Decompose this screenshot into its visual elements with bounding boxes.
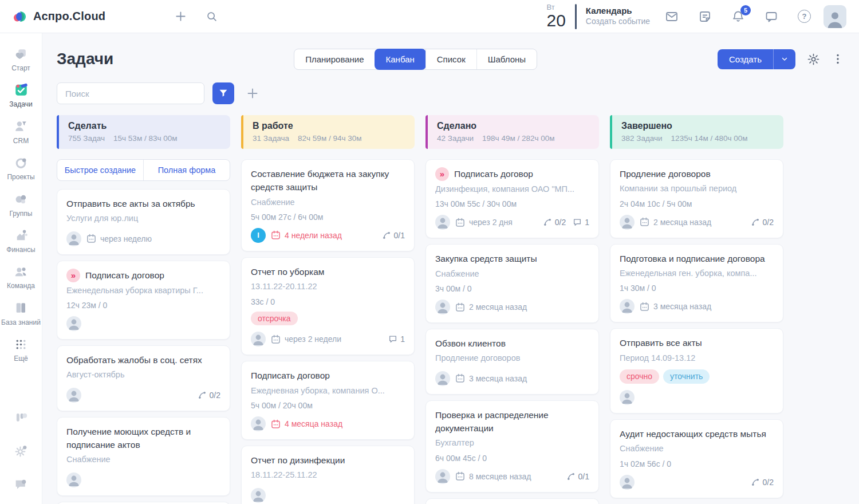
finance-icon: [14, 228, 29, 243]
task-card[interactable]: Отчет по дизинфекции18.11.22-25.11.22: [241, 446, 415, 504]
task-title: Отправить все акты за октябрь: [66, 197, 195, 210]
date-widget[interactable]: Вт 20: [546, 3, 565, 29]
sidebar-item-tasks[interactable]: Задачи: [0, 77, 42, 113]
full-form-button[interactable]: Полная форма: [143, 160, 230, 180]
add-column-button[interactable]: [246, 86, 259, 100]
notes-icon[interactable]: [698, 10, 712, 23]
global-add-button[interactable]: [174, 10, 187, 23]
task-footer: 0/2: [66, 388, 220, 403]
sidebar-item-kb[interactable]: База знаний: [0, 296, 42, 332]
global-search-button[interactable]: [206, 10, 218, 23]
task-title-row: »Подписать договор: [66, 269, 220, 282]
sidebar-item-label: Группы: [10, 210, 33, 218]
column-time-total: 15ч 53м / 83ч 00м: [113, 134, 177, 143]
task-card[interactable]: Отправить все акты за октябрьУслуги для …: [57, 189, 230, 255]
board-column-todo: Сделать755 Задач15ч 53м / 83ч 00мБыстрое…: [57, 115, 230, 504]
sidebar-item-team[interactable]: Команда: [0, 259, 42, 295]
subtasks-icon: [198, 391, 207, 400]
task-card[interactable]: Подписать договорЕжедневная уборка, комп…: [241, 361, 415, 440]
subtasks-count: 0/2: [751, 218, 774, 227]
task-card[interactable]: Обзвон клиентовПродление договоров3 меся…: [425, 329, 599, 395]
column-title: Сделано: [437, 121, 590, 131]
tab-kanban[interactable]: Канбан: [375, 49, 426, 70]
tab-planning[interactable]: Планирование: [294, 49, 375, 69]
sidebar-item-start[interactable]: Старт: [0, 41, 42, 77]
priority-icon: »: [66, 269, 80, 282]
task-subtitle: Снабжение: [251, 196, 405, 208]
task-card-peek[interactable]: [425, 498, 599, 504]
task-card[interactable]: Отчет по уборкам13.11.22-20.11.2233с / 0…: [241, 257, 415, 356]
user-avatar[interactable]: [823, 5, 846, 28]
task-card[interactable]: Отправить все актыПериод 14.09-13.12сроч…: [610, 328, 783, 414]
subtasks-value: 0/2: [763, 218, 774, 227]
main-content: Задачи ПланированиеКанбанСписокШаблоны С…: [42, 33, 859, 504]
notifications-button[interactable]: 5: [731, 10, 745, 23]
more-options-kebab-icon[interactable]: [832, 53, 844, 65]
task-title: Составление бюджета на закупку средств з…: [251, 167, 405, 194]
column-header: Сделать755 Задач15ч 53м / 83ч 00м: [57, 115, 230, 149]
aspro-mark-icon[interactable]: [14, 410, 29, 425]
task-card-peek[interactable]: [57, 502, 230, 504]
sidebar-item-groups[interactable]: Группы: [0, 187, 42, 223]
task-title-row: Отправить все акты: [620, 336, 774, 349]
quick-create-button[interactable]: Быстрое создание: [57, 160, 143, 180]
board-column-completed: Завершено382 Задачи1235ч 14м / 480ч 00мП…: [610, 115, 783, 504]
column-cards: Быстрое созданиеПолная формаОтправить вс…: [57, 159, 230, 504]
task-meta: 0/2: [198, 391, 220, 400]
calendar-icon: [640, 302, 649, 312]
subtasks-icon: [382, 231, 391, 240]
task-card[interactable]: Составление бюджета на закупку средств з…: [241, 159, 415, 251]
sidebar-item-projects[interactable]: Проекты: [0, 150, 42, 186]
sidebar-item-finance[interactable]: Финансы: [0, 223, 42, 259]
sidebar-item-label: Ещё: [14, 355, 28, 363]
task-time-spent: 13ч 00м 55с / 30ч 00м: [435, 199, 589, 208]
create-task-button[interactable]: Создать: [718, 49, 795, 69]
due-date-text: через неделю: [100, 234, 152, 243]
task-card[interactable]: Аудит недостающих средств мытьяСнабжение…: [610, 419, 783, 498]
assignee-avatar: [435, 469, 450, 484]
board-settings-gear-icon[interactable]: [807, 53, 820, 66]
feedback-icon[interactable]: [14, 477, 29, 491]
create-dropdown-caret[interactable]: [774, 49, 795, 69]
assignee-avatar: [620, 299, 635, 314]
task-footer: 3 месяца назад: [435, 371, 589, 386]
tab-templates[interactable]: Шаблоны: [476, 49, 537, 69]
sidebar-bottom-icons: [14, 410, 29, 495]
date-divider: [575, 4, 577, 29]
chat-icon[interactable]: [765, 10, 778, 23]
create-event-link[interactable]: Создать событие: [586, 17, 650, 27]
column-title: Сделать: [68, 121, 221, 131]
task-card[interactable]: »Подписать договорДизинфекция, компания …: [425, 159, 599, 238]
quick-create-bar: Быстрое созданиеПолная форма: [57, 159, 230, 181]
due-date: 4 недели назад: [271, 230, 342, 240]
kb-icon: [14, 301, 29, 316]
task-footer: I4 недели назад0/1: [251, 228, 405, 243]
task-card[interactable]: »Подписать договорЕженедельная уборка кв…: [57, 261, 230, 340]
filter-button[interactable]: [212, 82, 234, 104]
sidebar-item-crm[interactable]: CRM: [0, 114, 42, 150]
calendar-link[interactable]: Календарь: [586, 6, 650, 17]
task-subtitle: 18.11.22-25.11.22: [251, 468, 405, 481]
due-date-text: 4 месяца назад: [285, 419, 342, 428]
assignee-avatar: I: [251, 228, 266, 243]
task-title-row: Проверка и распределение документации: [435, 408, 589, 435]
column-header: Завершено382 Задачи1235ч 14м / 480ч 00м: [610, 115, 783, 149]
task-card[interactable]: Закупка средств защитыСнабжение3ч 00м / …: [425, 244, 599, 323]
task-card[interactable]: Обработать жалобы в соц. сетяхАвгуст-окт…: [57, 345, 230, 411]
calendar-widget: Календарь Создать событие: [586, 6, 650, 26]
tab-list[interactable]: Список: [425, 49, 476, 69]
search-input[interactable]: [57, 82, 204, 104]
comment-icon: [388, 334, 397, 344]
calendar-icon: [271, 334, 281, 344]
task-card[interactable]: Получение моющих средств и подписание ак…: [57, 417, 230, 496]
task-subtitle: 13.11.22-20.11.22: [251, 280, 405, 293]
task-card[interactable]: Продление договоровКомпании за прошлый п…: [610, 159, 783, 238]
column-stats: 31 Задача82ч 59м / 94ч 30м: [253, 134, 405, 143]
task-card[interactable]: Проверка и распределение документацииБух…: [425, 400, 599, 493]
mail-icon[interactable]: [665, 10, 679, 23]
sidebar-item-more[interactable]: Ещё: [0, 332, 42, 368]
task-card[interactable]: Подготовка и подписание договораЕженедел…: [610, 244, 783, 323]
settings-icon[interactable]: [14, 443, 29, 458]
help-icon[interactable]: ?: [798, 10, 811, 23]
logo[interactable]: Аспро.Cloud: [13, 9, 105, 24]
